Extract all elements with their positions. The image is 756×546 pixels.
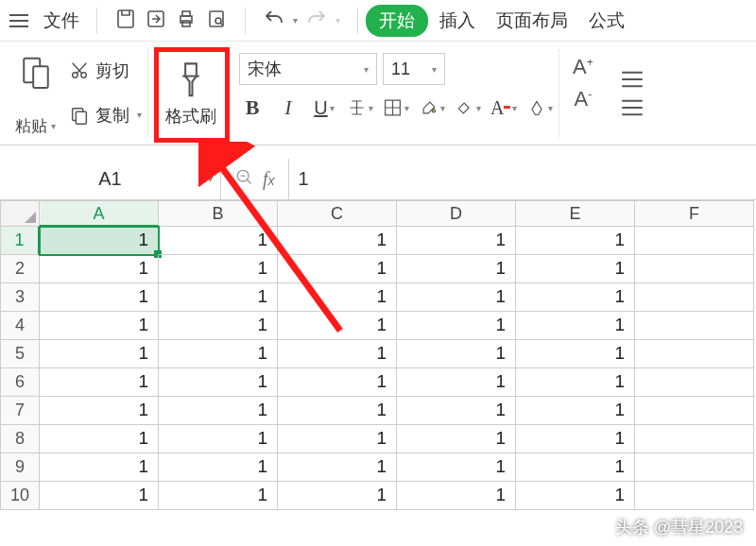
row-header[interactable]: 7	[0, 397, 40, 425]
fill-color-button[interactable]: ▾	[419, 94, 445, 121]
cell[interactable]: 1	[278, 425, 397, 453]
cell[interactable]: 1	[278, 482, 397, 510]
cancel-icon[interactable]	[234, 167, 253, 191]
row-header[interactable]: 10	[0, 482, 40, 510]
cell[interactable]: 1	[278, 312, 397, 340]
cell[interactable]	[635, 340, 754, 368]
cell[interactable]: 1	[397, 312, 516, 340]
strike-button[interactable]: ▾	[347, 94, 373, 121]
column-header[interactable]: F	[635, 200, 754, 227]
column-header[interactable]: C	[278, 200, 397, 227]
font-color-button[interactable]: A▾	[490, 94, 517, 121]
cell[interactable]	[635, 312, 754, 340]
tab-page-layout[interactable]: 页面布局	[487, 3, 577, 39]
cell[interactable]: 1	[516, 425, 635, 453]
bold-button[interactable]: B	[239, 94, 266, 121]
cell[interactable]: 1	[278, 368, 397, 397]
cell[interactable]	[635, 227, 754, 255]
tab-start[interactable]: 开始	[366, 5, 428, 37]
cell[interactable]: 1	[159, 368, 278, 397]
row-header[interactable]: 9	[0, 453, 40, 482]
name-box[interactable]: A1 ▾	[0, 159, 221, 199]
cell[interactable]: 1	[40, 397, 159, 425]
row-header[interactable]: 8	[0, 425, 40, 453]
cell[interactable]: 1	[159, 340, 278, 368]
cell[interactable]: 1	[159, 397, 278, 425]
save-icon[interactable]	[114, 8, 137, 34]
format-painter-button[interactable]: 格式刷	[156, 49, 226, 137]
cell[interactable]	[635, 255, 754, 283]
cell[interactable]: 1	[516, 283, 635, 312]
cell[interactable]: 1	[516, 340, 635, 368]
cell[interactable]: 1	[516, 312, 635, 340]
cell[interactable]: 1	[397, 482, 516, 510]
cell[interactable]: 1	[159, 283, 278, 312]
export-icon[interactable]	[145, 8, 167, 34]
cell[interactable]: 1	[40, 368, 159, 397]
cut-button[interactable]: 剪切	[69, 52, 142, 90]
font-size-select[interactable]: 11▾	[383, 53, 445, 85]
cell[interactable]: 1	[159, 453, 278, 482]
row-header[interactable]: 6	[0, 368, 40, 397]
tab-insert[interactable]: 插入	[430, 3, 485, 39]
paste-button[interactable]: 粘贴▾	[11, 49, 60, 137]
menu-file[interactable]: 文件	[34, 3, 89, 39]
cell[interactable]: 1	[516, 453, 635, 482]
cell[interactable]: 1	[278, 227, 397, 255]
increase-font-button[interactable]: A+	[573, 55, 593, 79]
cell[interactable]: 1	[40, 283, 159, 312]
undo-icon[interactable]	[263, 8, 285, 34]
cell[interactable]: 1	[40, 453, 159, 482]
cell[interactable]: 1	[40, 312, 159, 340]
row-header[interactable]: 2	[0, 255, 40, 283]
cell[interactable]: 1	[278, 283, 397, 312]
copy-button[interactable]: 复制▾	[69, 96, 142, 134]
clear-format-button[interactable]: ▾	[526, 94, 553, 121]
cell[interactable]: 1	[40, 255, 159, 283]
cell[interactable]	[635, 397, 754, 425]
cell[interactable]: 1	[159, 425, 278, 453]
row-header[interactable]: 1	[0, 227, 40, 255]
cell[interactable]: 1	[397, 227, 516, 255]
cell[interactable]: 1	[159, 227, 278, 255]
column-header[interactable]: B	[159, 200, 278, 227]
cell[interactable]: 1	[397, 453, 516, 482]
column-header[interactable]: E	[516, 200, 635, 227]
cell[interactable]: 1	[516, 255, 635, 283]
cell[interactable]: 1	[278, 255, 397, 283]
formula-input[interactable]: 1	[288, 159, 756, 199]
cell[interactable]: 1	[278, 340, 397, 368]
cell[interactable]: 1	[397, 368, 516, 397]
align-icon-2[interactable]	[618, 96, 646, 119]
italic-button[interactable]: I	[275, 94, 301, 121]
cell[interactable]: 1	[159, 255, 278, 283]
row-header[interactable]: 5	[0, 340, 40, 368]
column-header[interactable]: D	[397, 200, 516, 227]
cell[interactable]: 1	[397, 397, 516, 425]
decrease-font-button[interactable]: A-	[575, 87, 593, 111]
preview-icon[interactable]	[205, 8, 228, 34]
cell[interactable]	[635, 482, 754, 510]
undo-dropdown[interactable]: ▾	[293, 15, 298, 26]
tab-formula[interactable]: 公式	[579, 3, 634, 39]
cell[interactable]: 1	[397, 255, 516, 283]
cell[interactable]: 1	[516, 227, 635, 255]
cell[interactable]: 1	[278, 453, 397, 482]
row-header[interactable]: 4	[0, 312, 40, 340]
redo-icon[interactable]	[305, 8, 328, 34]
select-all-corner[interactable]	[0, 200, 40, 227]
cell[interactable]: 1	[278, 397, 397, 425]
cell[interactable]: 1	[40, 340, 159, 368]
cell[interactable]: 1	[516, 368, 635, 397]
cell-color-button[interactable]: ▾	[455, 94, 481, 121]
cell[interactable]	[635, 283, 754, 312]
cell[interactable]: 1	[397, 425, 516, 453]
cell[interactable]	[635, 453, 754, 482]
fx-icon[interactable]: fx	[263, 168, 275, 190]
cell[interactable]: 1	[397, 340, 516, 368]
cell[interactable]: 1	[40, 425, 159, 453]
border-button[interactable]: ▾	[383, 94, 409, 121]
font-name-select[interactable]: 宋体▾	[239, 53, 377, 85]
cell[interactable]: 1	[516, 397, 635, 425]
column-header[interactable]: A	[40, 200, 159, 227]
